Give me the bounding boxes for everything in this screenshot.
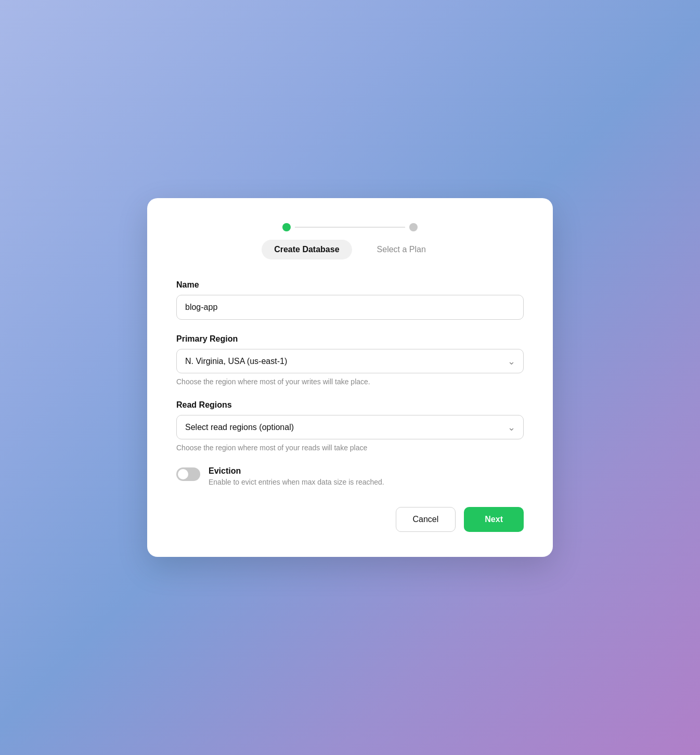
cancel-button[interactable]: Cancel [396, 507, 456, 532]
primary-region-select-wrapper: N. Virginia, USA (us-east-1) Oregon, USA… [176, 349, 524, 373]
stepper: Create Database Select a Plan [176, 223, 524, 259]
step1-dot [282, 223, 291, 231]
stepper-track [282, 223, 418, 231]
next-button[interactable]: Next [464, 507, 524, 532]
step2-label[interactable]: Select a Plan [365, 240, 438, 259]
step2-dot [409, 223, 418, 231]
step-connector [295, 227, 405, 228]
primary-region-hint: Choose the region where most of your wri… [176, 377, 524, 386]
name-input[interactable] [176, 295, 524, 320]
eviction-description: Enable to evict entries when max data si… [209, 478, 384, 486]
create-database-modal: Create Database Select a Plan Name Prima… [147, 198, 553, 557]
eviction-title: Eviction [209, 466, 384, 476]
footer-buttons: Cancel Next [176, 507, 524, 532]
primary-region-label: Primary Region [176, 334, 524, 344]
name-label: Name [176, 280, 524, 290]
read-regions-select[interactable]: Select read regions (optional) N. Virgin… [176, 415, 524, 439]
read-regions-select-wrapper: Select read regions (optional) N. Virgin… [176, 415, 524, 439]
eviction-text: Eviction Enable to evict entries when ma… [209, 466, 384, 486]
read-regions-hint: Choose the region where most of your rea… [176, 444, 524, 452]
name-section: Name [176, 280, 524, 320]
read-regions-section: Read Regions Select read regions (option… [176, 400, 524, 452]
eviction-row: Eviction Enable to evict entries when ma… [176, 466, 524, 486]
eviction-toggle-wrapper[interactable] [176, 467, 200, 481]
eviction-slider [176, 467, 200, 481]
primary-region-select[interactable]: N. Virginia, USA (us-east-1) Oregon, USA… [176, 349, 524, 373]
eviction-toggle[interactable] [176, 467, 200, 481]
primary-region-section: Primary Region N. Virginia, USA (us-east… [176, 334, 524, 386]
stepper-labels: Create Database Select a Plan [176, 240, 524, 259]
step1-label[interactable]: Create Database [262, 240, 352, 259]
read-regions-label: Read Regions [176, 400, 524, 410]
